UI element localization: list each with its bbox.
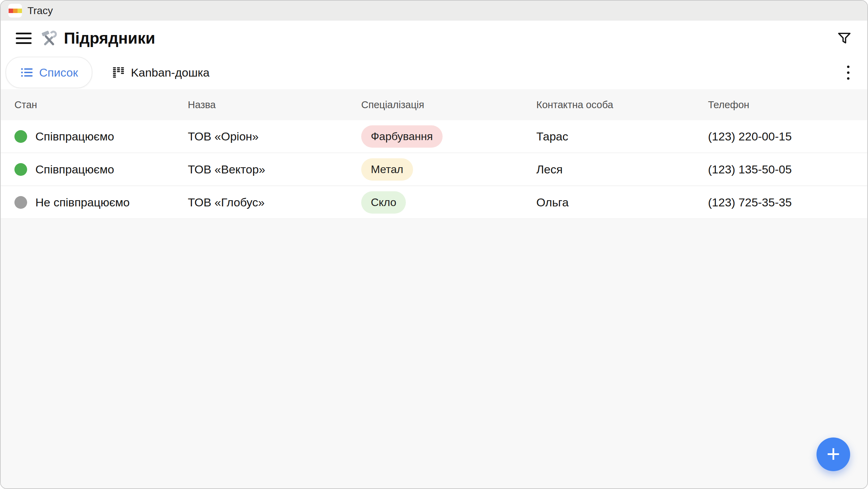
- favicon-orange-square: [13, 9, 18, 13]
- kanban-board-icon: [112, 66, 125, 79]
- app-window: Tracy Підрядники: [0, 0, 868, 489]
- contact-cell: Леся: [523, 163, 694, 176]
- table-row[interactable]: Не співпрацюємо ТОВ «Глобус» Скло Ольга …: [1, 186, 867, 219]
- column-header-specialization: Спеціалізація: [347, 99, 523, 111]
- contact-cell: Тарас: [523, 130, 694, 143]
- menu-icon[interactable]: [16, 33, 32, 44]
- phone-cell: (123) 220-00-15: [694, 130, 867, 143]
- status-dot: [14, 196, 27, 209]
- status-label: Співпрацюємо: [35, 130, 114, 143]
- page-title-text: Підрядники: [64, 29, 155, 47]
- column-header-status: Стан: [1, 99, 174, 111]
- tracy-favicon-icon: [8, 4, 22, 18]
- list-icon: [20, 66, 34, 79]
- page-title: Підрядники: [41, 29, 155, 47]
- favicon-red-square: [9, 9, 13, 13]
- tab-list-label: Список: [39, 66, 78, 79]
- column-header-name: Назва: [174, 99, 347, 111]
- status-label: Співпрацюємо: [35, 163, 114, 176]
- table-row[interactable]: Співпрацюємо ТОВ «Оріон» Фарбування Тара…: [1, 120, 867, 153]
- tab-kanban[interactable]: Kanban-дошка: [97, 57, 224, 88]
- app-title: Tracy: [27, 5, 53, 16]
- add-contractor-button[interactable]: +: [816, 437, 850, 471]
- favicon-yellow-square: [18, 9, 22, 13]
- name-cell: ТОВ «Вектор»: [174, 163, 347, 176]
- tools-icon: [41, 30, 58, 47]
- more-options-icon[interactable]: [844, 63, 852, 82]
- browser-topbar: Tracy: [1, 1, 867, 21]
- status-dot: [14, 130, 27, 143]
- specialization-badge: Скло: [361, 191, 406, 214]
- filter-funnel-icon: [836, 30, 852, 46]
- column-header-phone: Телефон: [694, 99, 867, 111]
- specialization-badge: Фарбування: [361, 125, 443, 148]
- tab-kanban-label: Kanban-дошка: [131, 66, 209, 79]
- table-header: Стан Назва Спеціалізація Контактна особа…: [1, 89, 867, 120]
- filter-button[interactable]: [836, 30, 852, 46]
- specialization-badge: Метал: [361, 158, 413, 181]
- plus-icon: +: [826, 442, 840, 465]
- name-cell: ТОВ «Оріон»: [174, 130, 347, 143]
- tab-list[interactable]: Список: [5, 57, 92, 88]
- page-header: Підрядники: [1, 21, 867, 56]
- phone-cell: (123) 725-35-35: [694, 196, 867, 209]
- table-empty-area: [1, 219, 867, 488]
- status-label: Не співпрацюємо: [35, 196, 130, 209]
- status-dot: [14, 163, 27, 176]
- view-tabs: Список: [1, 56, 867, 89]
- name-cell: ТОВ «Глобус»: [174, 196, 347, 209]
- column-header-contact: Контактна особа: [523, 99, 694, 111]
- contact-cell: Ольга: [523, 196, 694, 209]
- phone-cell: (123) 135-50-05: [694, 163, 867, 176]
- table-row[interactable]: Співпрацюємо ТОВ «Вектор» Метал Леся (12…: [1, 153, 867, 186]
